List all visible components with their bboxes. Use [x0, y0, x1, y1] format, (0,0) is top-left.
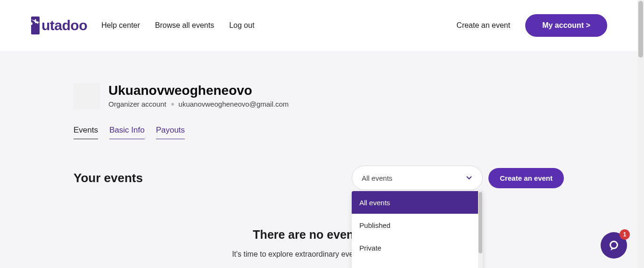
profile-meta: Organizer account ukuanovweogheneovo@gma… [108, 100, 289, 108]
profile-info: Ukuanovweogheneovo Organizer account uku… [108, 83, 289, 108]
dropdown-item-all[interactable]: All events [352, 191, 483, 214]
page-scrollbar[interactable] [637, 0, 644, 268]
tab-events[interactable]: Events [74, 126, 98, 139]
svg-point-2 [611, 242, 617, 248]
main-content: Ukuanovweogheneovo Organizer account uku… [74, 51, 564, 268]
empty-subtitle: It's time to explore extraordinary event… [74, 250, 564, 259]
events-title: Your events [74, 171, 143, 185]
events-header-row: Your events All events All events Publis… [74, 166, 564, 190]
header-right: Create an event My account > [456, 14, 607, 37]
events-filter-dropdown: All events All events Published Private … [352, 166, 483, 190]
tab-basic-info[interactable]: Basic Info [109, 126, 145, 139]
nav-help-center[interactable]: Help center [101, 21, 140, 30]
dropdown-item-private[interactable]: Private [352, 236, 483, 259]
chat-widget-button[interactable]: 1 [601, 232, 627, 259]
create-event-button[interactable]: Create an event [488, 168, 564, 188]
dropdown-item-published[interactable]: Published [352, 214, 483, 236]
dropdown-toggle[interactable]: All events [352, 166, 483, 190]
logo[interactable]: t utadoo [30, 16, 87, 35]
header: t utadoo Help center Browse all events L… [0, 0, 637, 51]
events-controls: All events All events Published Private … [352, 166, 564, 190]
tab-payouts[interactable]: Payouts [156, 126, 185, 139]
empty-state: There are no events yet It's time to exp… [74, 218, 564, 268]
profile-email: ukuanovweogheneovo@gmail.com [179, 100, 289, 108]
nav-links: Help center Browse all events Log out [101, 21, 255, 30]
nav-browse-events[interactable]: Browse all events [155, 21, 214, 30]
chevron-down-icon [465, 174, 473, 183]
dropdown-item-unpublished[interactable]: Unpublished [352, 259, 483, 268]
profile-role: Organizer account [108, 100, 166, 108]
avatar [74, 83, 100, 109]
create-event-link[interactable]: Create an event [456, 21, 510, 30]
empty-title: There are no events yet [74, 228, 564, 242]
dropdown-menu: All events Published Private Unpublished [352, 191, 483, 268]
chat-bubble-icon [608, 239, 620, 251]
profile-name: Ukuanovweogheneovo [108, 83, 289, 98]
header-left: t utadoo Help center Browse all events L… [30, 16, 255, 35]
meta-dot-icon [171, 103, 174, 106]
logo-text: utadoo [41, 17, 87, 34]
dropdown-selected-label: All events [362, 174, 392, 182]
profile-row: Ukuanovweogheneovo Organizer account uku… [74, 83, 564, 109]
chat-badge: 1 [619, 229, 630, 240]
tabs: Events Basic Info Payouts [74, 126, 564, 139]
logo-ticket-icon: t [30, 16, 41, 35]
my-account-button[interactable]: My account > [525, 14, 607, 37]
dropdown-scrollbar[interactable] [478, 191, 483, 268]
nav-logout[interactable]: Log out [229, 21, 254, 30]
